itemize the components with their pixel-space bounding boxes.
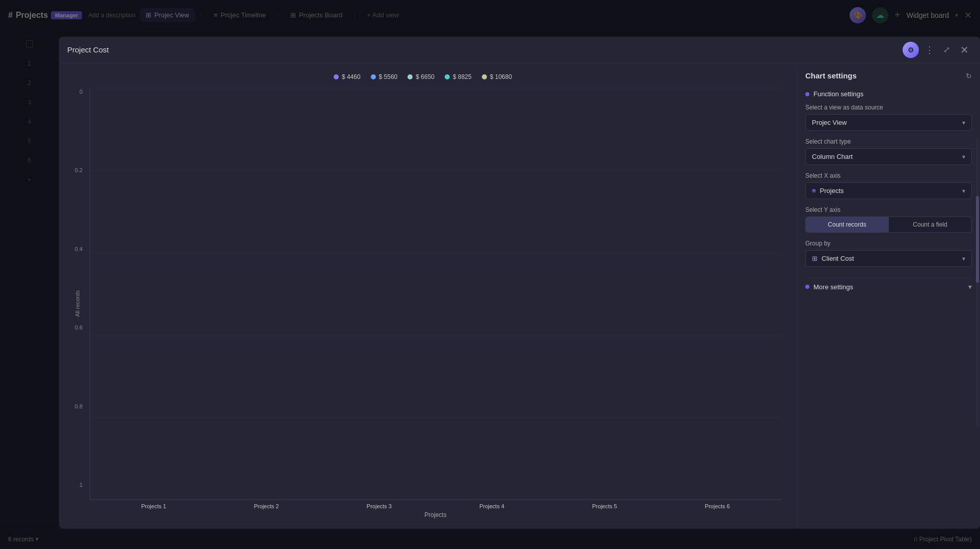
function-settings-section: Function settings Select a view as data … [805,90,972,267]
x-label-1: Projects 1 [100,503,207,509]
x-label-6: Projects 6 [664,503,771,509]
legend-dot-5 [482,74,487,79]
x-label-4: Projects 4 [438,503,546,509]
chart-type-value: Column Chart [812,153,853,160]
modal-expand-button[interactable]: ⤢ [940,43,953,57]
settings-header: Chart settings ↻ [805,71,972,80]
y-axis-title: All records [74,290,80,317]
x-axis-icon: ≡ [812,187,816,195]
chart-area: $ 4460 $ 5560 $ 6650 $ 8825 $ 10680 [59,63,797,529]
x-label-3: Projects 3 [325,503,433,509]
x-axis-select-text: ≡ Projects [812,187,844,195]
y-label-2: 0.4 [75,246,83,252]
chart-main: Projects 1 Projects 2 Projects 3 Project… [90,89,781,518]
data-source-chevron: ▾ [962,119,965,126]
modal-close-button[interactable]: ✕ [957,42,972,58]
y-label-1: 0.2 [75,167,83,173]
group-by-select-text: ⊞ Client Cost [812,255,854,262]
y-label-3: 0.6 [75,324,83,331]
chart-legend: $ 4460 $ 5560 $ 6650 $ 8825 $ 10680 [64,73,781,80]
group-by-icon: ⊞ [812,255,818,262]
modal-header: Project Cost ⚙ ⋮ ⤢ ✕ [59,37,980,63]
group-by-label: Group by [805,240,972,247]
modal-more-button[interactable]: ⋮ [923,42,936,58]
legend-item-3: $ 6650 [407,73,434,80]
group-by-chevron: ▾ [962,255,965,262]
scrollbar-thumb [976,196,979,283]
x-axis-value: Projects [820,187,844,195]
chart-modal: Project Cost ⚙ ⋮ ⤢ ✕ $ 4460 $ 5560 $ 665… [59,37,980,529]
chart-bars-area [90,89,781,500]
function-settings-title: Function settings [805,90,972,98]
x-axis-title: Projects [90,511,781,518]
y-tab-count-field[interactable]: Count a field [889,216,972,233]
y-axis-tabs: Count records Count a field [805,216,972,233]
x-label-5: Projects 5 [551,503,658,509]
chart-type-label: Select chart type [805,138,972,145]
more-settings-row[interactable]: More settings ▾ [805,277,972,296]
settings-title: Chart settings [805,71,962,80]
y-label-5: 1 [79,482,83,488]
more-settings-left: More settings [805,283,853,291]
modal-actions: ⚙ ⋮ ⤢ ✕ [903,42,972,58]
legend-item-1: $ 4460 [334,73,361,80]
legend-item-2: $ 5560 [371,73,398,80]
chart-type-chevron: ▾ [962,153,965,160]
data-source-select[interactable]: Projec View ▾ [805,114,972,131]
x-axis-chevron: ▾ [962,187,965,195]
data-source-value: Projec View [812,119,847,126]
group-by-select[interactable]: ⊞ Client Cost ▾ [805,250,972,267]
more-settings-label: More settings [813,283,853,291]
bars-row [90,89,781,500]
settings-refresh-button[interactable]: ↻ [966,72,972,80]
x-label-2: Projects 2 [212,503,320,509]
legend-item-5: $ 10680 [482,73,512,80]
function-settings-dot [805,92,809,96]
more-settings-chevron: ▾ [968,283,972,291]
x-axis-select[interactable]: ≡ Projects ▾ [805,182,972,199]
more-settings-dot [805,285,809,289]
legend-dot-2 [371,74,376,79]
legend-label-5: $ 10680 [490,73,512,80]
legend-label-3: $ 6650 [416,73,434,80]
modal-settings-button[interactable]: ⚙ [903,42,919,58]
legend-dot-3 [407,74,413,79]
y-label-4: 0.8 [75,403,83,409]
x-axis-labels: Projects 1 Projects 2 Projects 3 Project… [90,500,781,509]
chart-container: All records 1 0.8 0.6 0.4 0.2 0 [64,89,781,518]
function-settings-label: Function settings [813,90,863,98]
data-source-label: Select a view as data source [805,104,972,111]
y-axis-area: All records 1 0.8 0.6 0.4 0.2 0 [64,89,90,518]
settings-panel: Chart settings ↻ Function settings Selec… [797,63,980,529]
y-label-0: 0 [79,89,83,95]
legend-dot-1 [334,74,339,79]
legend-label-2: $ 5560 [379,73,398,80]
legend-label-4: $ 8825 [453,73,472,80]
x-axis-label: Select X axis [805,172,972,179]
modal-title: Project Cost [67,45,903,54]
legend-item-4: $ 8825 [445,73,472,80]
legend-dot-4 [445,74,450,79]
chart-type-select[interactable]: Column Chart ▾ [805,148,972,165]
legend-label-1: $ 4460 [342,73,361,80]
side-scrollbar[interactable] [976,139,979,427]
y-axis-label: Select Y axis [805,206,972,213]
group-by-value: Client Cost [822,255,854,262]
y-tab-count-records[interactable]: Count records [805,216,889,233]
